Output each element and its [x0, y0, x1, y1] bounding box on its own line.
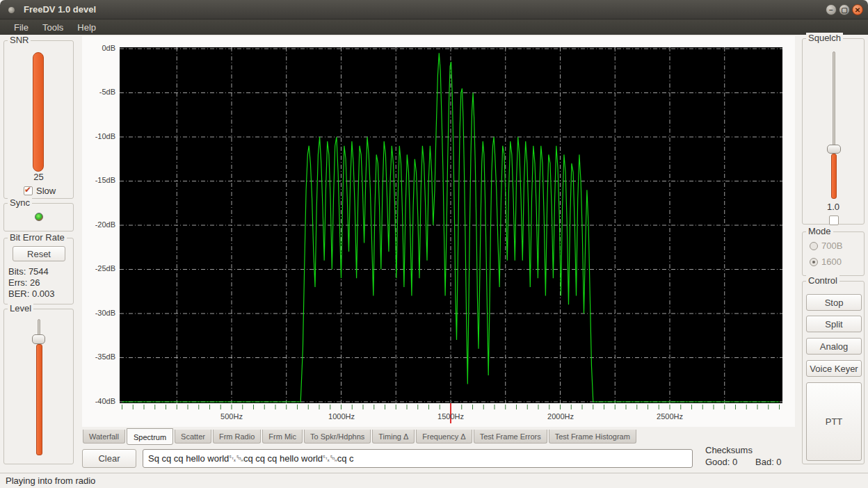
y-tick-3: -15dB: [82, 176, 115, 184]
spectrum-svg: [82, 36, 795, 427]
tab-frequency-delta[interactable]: Frequency Δ: [416, 430, 472, 444]
squelch-value: 1.0: [803, 202, 864, 212]
menu-bar: File Tools Help: [0, 19, 868, 35]
squelch-slider-handle[interactable]: [827, 145, 841, 154]
decoded-text-field[interactable]: [143, 449, 693, 468]
checksums-panel: Checksums Good: 0 Bad: 0: [700, 445, 794, 469]
tab-to-spkr-hdphns[interactable]: To Spkr/Hdphns: [304, 430, 371, 444]
voice-keyer-button[interactable]: Voice Keyer: [806, 360, 862, 377]
spectrum-plot[interactable]: 0dB -5dB -10dB -15dB -20dB -25dB -30dB -…: [82, 36, 795, 427]
bits-count: Bits: 7544: [8, 266, 49, 277]
plot-tab-bar: Waterfall Spectrum Scatter Frm Radio Frm…: [83, 428, 638, 445]
window-controls: − ▢ ✕: [826, 4, 863, 15]
maximize-button[interactable]: ▢: [839, 4, 850, 15]
snr-group-label: SNR: [8, 35, 31, 45]
sync-group: Sync: [3, 203, 74, 231]
level-group-label: Level: [8, 303, 33, 314]
y-tick-2: -10dB: [82, 132, 115, 140]
slow-checkbox-label: Slow: [36, 186, 56, 196]
errors-count: Errs: 26: [8, 277, 40, 288]
level-slider-fill: [36, 344, 42, 455]
y-tick-0: 0dB: [82, 44, 115, 52]
window-title: FreeDV 1.0 devel: [24, 4, 96, 15]
tab-timing-delta[interactable]: Timing Δ: [372, 430, 415, 444]
mode-1600-radio[interactable]: [810, 258, 818, 266]
slow-checkbox-row: ✔Slow: [24, 184, 56, 197]
tab-scatter[interactable]: Scatter: [175, 430, 211, 444]
tab-waterfall[interactable]: Waterfall: [83, 430, 125, 444]
tab-frm-radio[interactable]: Frm Radio: [213, 430, 261, 444]
y-tick-6: -30dB: [82, 309, 115, 317]
menu-file[interactable]: File: [7, 22, 35, 33]
squelch-group-label: Squelch: [806, 33, 843, 43]
checksums-label: Checksums: [705, 445, 753, 455]
ptt-button[interactable]: PTT: [806, 382, 862, 461]
sync-led-indicator: [35, 213, 43, 221]
x-tick-3: 2000Hz: [536, 412, 585, 421]
x-tick-0: 500Hz: [207, 412, 256, 421]
reset-button[interactable]: Reset: [13, 246, 65, 261]
y-tick-8: -40dB: [82, 397, 115, 405]
level-group: Level: [3, 309, 74, 464]
status-bar: Playing into from radio: [0, 473, 868, 488]
mode-1600-label: 1600: [821, 257, 842, 267]
y-tick-1: -5dB: [82, 88, 115, 96]
status-text: Playing into from radio: [6, 475, 95, 486]
tab-test-frame-histogram[interactable]: Test Frame Histogram: [549, 430, 636, 444]
snr-gauge: [33, 52, 44, 172]
menu-tools[interactable]: Tools: [35, 22, 70, 33]
mode-option-1600[interactable]: 1600: [810, 255, 842, 268]
tab-test-frame-errors[interactable]: Test Frame Errors: [474, 430, 547, 444]
mode-700b-label: 700B: [821, 241, 842, 251]
control-group: Control Stop Split Analog Voice Keyer PT…: [802, 281, 865, 464]
x-tick-4: 2500Hz: [645, 412, 694, 421]
tab-spectrum[interactable]: Spectrum: [127, 428, 173, 445]
x-tick-2: 1500Hz: [426, 412, 475, 421]
clear-button[interactable]: Clear: [82, 449, 136, 468]
mode-group-label: Mode: [806, 226, 833, 236]
y-tick-7: -35dB: [82, 352, 115, 361]
y-tick-4: -20dB: [82, 220, 115, 229]
ber-value: BER: 0.003: [8, 288, 55, 299]
level-slider-handle[interactable]: [32, 334, 45, 344]
bit-error-rate-group: Bit Error Rate Reset Bits: 7544 Errs: 26…: [3, 238, 74, 304]
checksums-bad: Bad: 0: [755, 457, 782, 467]
mode-700b-radio[interactable]: [810, 242, 818, 250]
squelch-slider-fill: [831, 154, 837, 199]
app-window: FreeDV 1.0 devel − ▢ ✕ File Tools Help S…: [0, 0, 868, 488]
app-icon: [8, 7, 15, 13]
x-tick-1: 1000Hz: [317, 412, 366, 421]
ber-group-label: Bit Error Rate: [8, 232, 67, 243]
stop-button[interactable]: Stop: [806, 294, 862, 311]
split-button[interactable]: Split: [806, 316, 862, 332]
tab-frm-mic[interactable]: Frm Mic: [262, 430, 303, 444]
menu-help[interactable]: Help: [70, 22, 103, 33]
checksums-good: Good: 0: [705, 457, 737, 467]
analog-button[interactable]: Analog: [806, 338, 862, 355]
snr-value: 25: [4, 172, 73, 182]
y-tick-5: -25dB: [82, 264, 115, 273]
slow-checkbox[interactable]: ✔: [24, 186, 33, 195]
snr-group: SNR 25 ✔Slow: [3, 40, 74, 199]
title-bar: FreeDV 1.0 devel − ▢ ✕: [0, 0, 868, 19]
minimize-button[interactable]: −: [826, 4, 837, 15]
close-button[interactable]: ✕: [852, 4, 863, 15]
squelch-enable-checkbox[interactable]: ✔: [829, 215, 839, 225]
check-icon: ✔: [24, 185, 31, 195]
squelch-group: Squelch 1.0 ✔: [802, 38, 865, 225]
sync-group-label: Sync: [8, 197, 32, 208]
control-group-label: Control: [806, 275, 839, 286]
mode-option-700b[interactable]: 700B: [810, 239, 842, 252]
mode-group: Mode 700B 1600: [802, 231, 865, 276]
